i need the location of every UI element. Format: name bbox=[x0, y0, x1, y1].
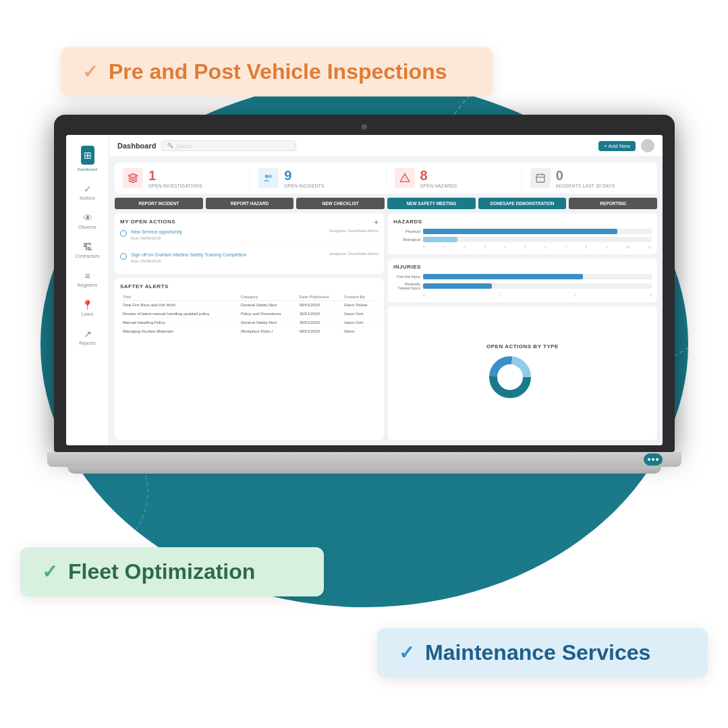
learn-icon: 📍 bbox=[82, 300, 93, 310]
new-safety-meeting-button[interactable]: NEW SAFETY MEETING bbox=[387, 198, 476, 209]
add-action-button[interactable]: + bbox=[374, 219, 379, 226]
investigations-icon bbox=[123, 168, 143, 188]
sidebar-label-actions: Actions bbox=[80, 196, 95, 200]
actions-by-type-title: OPEN ACTIONS BY TYPE bbox=[486, 343, 559, 349]
stats-row: 1 OPEN INVESTIGATIONS 9 OPEN bbox=[115, 163, 657, 194]
sidebar-item-reports[interactable]: ↗ Reports bbox=[66, 323, 109, 351]
hazards-panel-title: HAZARDS bbox=[393, 219, 652, 225]
action-assignee-1: Assignee: DoneSafe Admin bbox=[329, 229, 379, 233]
hazard-bar-biological: Biological bbox=[393, 237, 652, 242]
action-text-1: New Service opportunity bbox=[131, 229, 182, 235]
alerts-table: Title Category Date Published Created By… bbox=[120, 293, 379, 335]
reporting-button[interactable]: REPORTING bbox=[569, 198, 657, 209]
col-date: Date Published bbox=[297, 293, 341, 301]
donesafe-demo-button[interactable]: DONESAFE DEMONSTRATION bbox=[478, 198, 567, 209]
injury-track-medically bbox=[423, 283, 652, 289]
alert-cell-0-0: Total Fire Bans and Hot Work bbox=[120, 301, 238, 310]
stat-hazards: ! 8 OPEN HAZARDS bbox=[395, 168, 522, 188]
injuries-panel: INJURIES First Aid Injury bbox=[388, 258, 657, 302]
new-checklist-button[interactable]: NEW CHECKLIST bbox=[296, 198, 385, 209]
alert-cell-3-3: Glenn bbox=[341, 327, 379, 336]
maintenance-check-icon: ✓ bbox=[399, 642, 414, 664]
action-item-1: New Service opportunity Due: 06/03/2018 … bbox=[120, 229, 379, 246]
laptop-screen: ⊞ Dashboard ✓ Actions 👁 Observe 🏗 Contra… bbox=[66, 135, 663, 445]
laptop-foot bbox=[67, 467, 661, 474]
action-circle-1 bbox=[120, 230, 127, 237]
stat-incidents: 9 OPEN INCIDENTS bbox=[258, 168, 386, 188]
report-hazard-button[interactable]: REPORT HAZARD bbox=[206, 198, 294, 209]
injury-label-medically: Medically Treated Injury bbox=[393, 282, 420, 290]
sidebar-item-actions[interactable]: ✓ Actions bbox=[66, 178, 109, 206]
injuries-chart: First Aid Injury Medically Treated Injur… bbox=[393, 274, 652, 297]
sidebar-item-learn[interactable]: 📍 Learn bbox=[66, 294, 109, 322]
hazards-icon: ! bbox=[395, 168, 415, 188]
main-content: Dashboard 🔍 Search... + Add New bbox=[109, 135, 663, 445]
injury-fill-firstaid bbox=[423, 274, 583, 279]
topbar-title: Dashboard bbox=[117, 142, 156, 150]
action-due-2: Due: 05/06/2018 bbox=[131, 259, 246, 263]
alert-cell-2-2: 30/01/2018 bbox=[297, 318, 341, 327]
dashboard-area: 1 OPEN INVESTIGATIONS 9 OPEN bbox=[109, 157, 663, 445]
fleet-label: Fleet Optimization bbox=[68, 559, 255, 584]
left-column: MY OPEN ACTIONS + New Service opportunit… bbox=[115, 213, 384, 440]
sidebar-item-observe[interactable]: 👁 Observe bbox=[66, 207, 109, 235]
alert-cell-2-1: General Safety Alert bbox=[238, 318, 297, 327]
user-avatar bbox=[641, 139, 654, 152]
sidebar-item-registers[interactable]: ≡ Registers bbox=[66, 265, 109, 293]
add-new-label: + Add New bbox=[604, 143, 630, 149]
search-icon: 🔍 bbox=[167, 143, 173, 148]
alert-cell-3-2: 08/01/2018 bbox=[297, 327, 341, 336]
incidents-icon bbox=[258, 168, 279, 188]
inspections-check-icon: ✓ bbox=[82, 61, 98, 83]
injury-label-firstaid: First Aid Injury bbox=[393, 275, 420, 279]
hazard-track-biological bbox=[423, 237, 652, 242]
sidebar-item-contractors[interactable]: 🏗 Contractors bbox=[66, 236, 109, 264]
laptop-camera bbox=[362, 124, 367, 130]
safety-alerts-title: SAFTEY ALERTS bbox=[120, 283, 379, 289]
fleet-check-icon: ✓ bbox=[42, 561, 57, 583]
col-created: Created By bbox=[341, 293, 379, 301]
actions-icon: ✓ bbox=[84, 184, 92, 194]
alert-cell-2-0: Manual Handling Policy bbox=[120, 318, 238, 327]
alert-cell-0-2: 09/01/2018 bbox=[297, 301, 341, 310]
alert-row-0: Total Fire Bans and Hot WorkGeneral Safe… bbox=[120, 301, 379, 310]
open-actions-panel: MY OPEN ACTIONS + New Service opportunit… bbox=[115, 213, 384, 274]
hazard-axis: 01234567891011 bbox=[393, 245, 652, 249]
search-input[interactable]: 🔍 Search... bbox=[161, 140, 296, 151]
alert-cell-1-1: Policy and Procedures bbox=[238, 310, 297, 318]
hazard-fill-biological bbox=[423, 237, 457, 242]
injury-bar-medically: Medically Treated Injury bbox=[393, 282, 652, 290]
sidebar: ⊞ Dashboard ✓ Actions 👁 Observe 🏗 Contra… bbox=[66, 135, 109, 445]
calendar-icon bbox=[530, 168, 551, 188]
maintenance-label: Maintenance Services bbox=[425, 640, 650, 665]
inspections-badge: ✓ Pre and Post Vehicle Inspections bbox=[61, 47, 493, 96]
alert-cell-0-3: Glenn Parker bbox=[341, 301, 379, 310]
action-due-1: Due: 06/03/2018 bbox=[131, 236, 182, 240]
alert-cell-0-1: General Safety Alert bbox=[238, 301, 297, 310]
hazards-chart: Physical Biological bbox=[393, 229, 652, 249]
incidents-count: 9 bbox=[284, 168, 324, 184]
last30-label: INCIDENTS LAST 30 DAYS bbox=[556, 184, 615, 188]
sidebar-item-dashboard[interactable]: ⊞ Dashboard bbox=[66, 140, 109, 177]
actions-by-type-panel: OPEN ACTIONS BY TYPE bbox=[388, 306, 657, 440]
add-new-button[interactable]: + Add New bbox=[598, 141, 636, 151]
registers-icon: ≡ bbox=[84, 271, 90, 281]
investigations-count: 1 bbox=[148, 168, 202, 184]
inspections-label: Pre and Post Vehicle Inspections bbox=[109, 59, 447, 84]
injuries-panel-title: INJURIES bbox=[393, 264, 652, 270]
two-column-area: MY OPEN ACTIONS + New Service opportunit… bbox=[115, 213, 657, 440]
injury-fill-medically bbox=[423, 283, 492, 289]
svg-rect-3 bbox=[536, 175, 544, 182]
sidebar-label-contractors: Contractors bbox=[75, 254, 99, 258]
laptop-bezel: ⊞ Dashboard ✓ Actions 👁 Observe 🏗 Contra… bbox=[54, 115, 675, 452]
injury-track-firstaid bbox=[423, 274, 652, 279]
actions-row: REPORT INCIDENT REPORT HAZARD NEW CHECKL… bbox=[115, 198, 657, 209]
hazard-fill-physical bbox=[423, 229, 617, 234]
reports-icon: ↗ bbox=[84, 329, 92, 339]
alert-cell-3-1: Workplace Risks / bbox=[238, 327, 297, 336]
report-incident-button[interactable]: REPORT INCIDENT bbox=[115, 198, 203, 209]
stat-investigations: 1 OPEN INVESTIGATIONS bbox=[123, 168, 250, 188]
search-placeholder: Search... bbox=[176, 144, 195, 148]
alert-row-1: Review of latest manual handling updated… bbox=[120, 310, 379, 318]
sidebar-label-reports: Reports bbox=[79, 341, 96, 345]
